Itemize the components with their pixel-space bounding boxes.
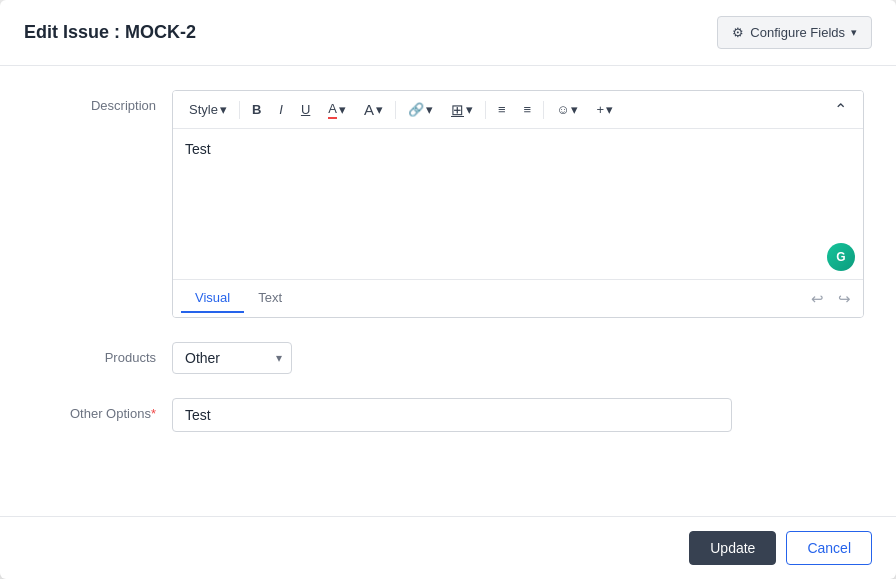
insert-button[interactable]: + ▾ [588, 97, 621, 122]
tab-text[interactable]: Text [244, 284, 296, 313]
toolbar-separator-4 [543, 101, 544, 119]
products-row: Products Other Product A Product B ▾ [32, 342, 864, 374]
other-options-label: Other Options* [32, 398, 172, 421]
configure-fields-button[interactable]: ⚙ Configure Fields ▾ [717, 16, 872, 49]
toolbar-separator-3 [485, 101, 486, 119]
table-button[interactable]: ⊞ ▾ [443, 96, 481, 124]
configure-fields-label: Configure Fields [750, 25, 845, 40]
products-select[interactable]: Other Product A Product B [172, 342, 292, 374]
toolbar-separator [239, 101, 240, 119]
chevron-down-icon: ▾ [571, 102, 578, 117]
gear-icon: ⚙ [732, 25, 744, 40]
grammarly-badge: G [827, 243, 855, 271]
underline-button[interactable]: U [293, 97, 318, 122]
style-dropdown[interactable]: Style ▾ [181, 97, 235, 122]
link-icon: 🔗 [408, 102, 424, 117]
rich-text-editor: Style ▾ B I U [172, 90, 864, 318]
update-button[interactable]: Update [689, 531, 776, 565]
chevron-down-icon: ▾ [339, 102, 346, 117]
products-select-wrapper: Other Product A Product B ▾ [172, 342, 292, 374]
undo-redo-controls: ↩ ↪ [807, 288, 855, 310]
page-title: Edit Issue : MOCK-2 [24, 22, 196, 43]
products-label: Products [32, 342, 172, 365]
chevron-down-icon: ▾ [466, 102, 473, 117]
chevron-down-icon: ▾ [426, 102, 433, 117]
chevron-down-icon: ▾ [376, 102, 383, 117]
other-options-row: Other Options* [32, 398, 864, 432]
redo-button[interactable]: ↪ [834, 288, 855, 310]
description-label: Description [32, 90, 172, 113]
chevron-down-icon: ▾ [851, 26, 857, 39]
edit-issue-modal: Edit Issue : MOCK-2 ⚙ Configure Fields ▾… [0, 0, 896, 579]
bold-button[interactable]: B [244, 97, 269, 122]
editor-body[interactable]: Test G [173, 129, 863, 279]
products-content: Other Product A Product B ▾ [172, 342, 864, 374]
chevron-down-icon: ▾ [220, 102, 227, 117]
modal-body: Description Style ▾ B I [0, 66, 896, 516]
required-indicator: * [151, 406, 156, 421]
editor-footer: Visual Text ↩ ↪ [173, 279, 863, 317]
modal-header: Edit Issue : MOCK-2 ⚙ Configure Fields ▾ [0, 0, 896, 66]
expand-toolbar-button[interactable]: ⌃ [826, 95, 855, 124]
plus-icon: + [596, 102, 604, 117]
bullet-list-button[interactable]: ≡ [490, 97, 514, 122]
modal-footer: Update Cancel [0, 516, 896, 579]
undo-button[interactable]: ↩ [807, 288, 828, 310]
ordered-list-icon: ≡ [524, 102, 532, 117]
chevron-up-icon: ⌃ [834, 100, 847, 119]
font-color-button[interactable]: A ▾ [320, 96, 354, 124]
editor-tabs: Visual Text [181, 284, 296, 313]
emoji-icon: ☺ [556, 102, 569, 117]
description-row: Description Style ▾ B I [32, 90, 864, 318]
emoji-button[interactable]: ☺ ▾ [548, 97, 586, 122]
toolbar-separator-2 [395, 101, 396, 119]
link-button[interactable]: 🔗 ▾ [400, 97, 441, 122]
bullet-list-icon: ≡ [498, 102, 506, 117]
editor-toolbar: Style ▾ B I U [173, 91, 863, 129]
ordered-list-button[interactable]: ≡ [516, 97, 540, 122]
tab-visual[interactable]: Visual [181, 284, 244, 313]
italic-button[interactable]: I [271, 97, 291, 122]
chevron-down-icon: ▾ [606, 102, 613, 117]
description-editor-wrapper: Style ▾ B I U [172, 90, 864, 318]
cancel-button[interactable]: Cancel [786, 531, 872, 565]
font-size-button[interactable]: A ▾ [356, 96, 391, 123]
other-options-content [172, 398, 864, 432]
other-options-input[interactable] [172, 398, 732, 432]
table-icon: ⊞ [451, 101, 464, 119]
